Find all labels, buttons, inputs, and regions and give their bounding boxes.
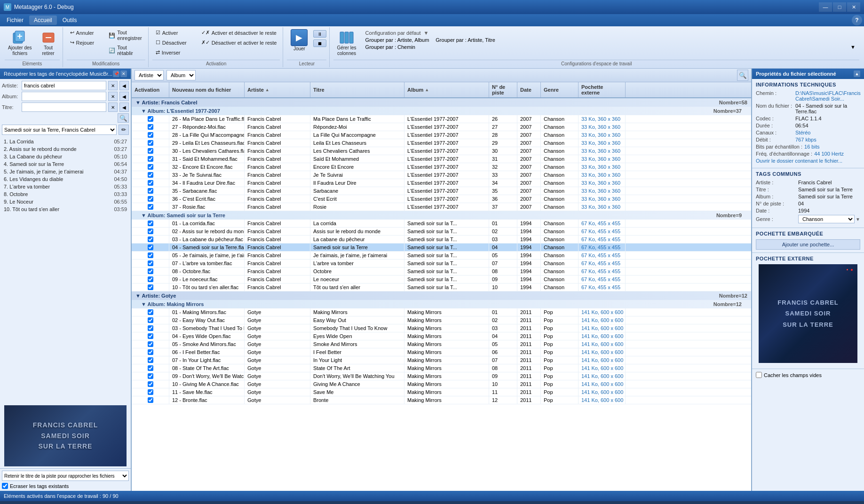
- table-row[interactable]: 08 - Octobre.flac Francis Cabrel Octobre…: [132, 268, 751, 276]
- table-row[interactable]: 30 - Les Chevaliers Cathares.flac Franci…: [132, 147, 751, 155]
- cover-cell[interactable]: 141 Ko, 600 x 600: [579, 340, 626, 348]
- table-row[interactable]: 01 - Making Mirrors.flac Gotye Making Mi…: [132, 308, 751, 316]
- cover-cell[interactable]: 67 Ko, 455 x 455: [579, 276, 626, 283]
- row-checkbox[interactable]: [148, 220, 153, 226]
- album-filter-clear[interactable]: ✕: [108, 92, 118, 101]
- cover-cell[interactable]: 33 Ko, 360 x 360: [579, 155, 626, 163]
- cover-cell[interactable]: 141 Ko, 600 x 600: [579, 388, 626, 396]
- chemin-value[interactable]: D:\NAS\music\FLAC\Francis Cabrel\Samedi …: [795, 90, 861, 102]
- row-checkbox[interactable]: [148, 188, 153, 194]
- list-item[interactable]: 2. Assis sur le rebord du monde03:27: [2, 145, 129, 153]
- col-date[interactable]: Date: [517, 82, 541, 97]
- cover-cell[interactable]: 33 Ko, 360 x 360: [579, 115, 626, 123]
- table-row[interactable]: 05 - Je t'aimais, je t'aime, je t'aimera…: [132, 252, 751, 260]
- list-item[interactable]: 3. La Cabane du pêcheur05:10: [2, 153, 129, 160]
- cover-cell[interactable]: 141 Ko, 600 x 600: [579, 308, 626, 316]
- list-item[interactable]: 1. La Corrida05:27: [2, 138, 129, 145]
- table-row[interactable]: 06 - I Feel Better.flac Gotye I Feel Bet…: [132, 348, 751, 356]
- pause-button[interactable]: ⏸: [313, 30, 326, 38]
- row-checkbox[interactable]: [148, 349, 153, 355]
- table-row[interactable]: 04 - Eyes Wide Open.flac Gotye Eyes Wide…: [132, 332, 751, 340]
- filter-by-artiste-select[interactable]: Artiste: [135, 70, 164, 80]
- row-checkbox[interactable]: [148, 140, 153, 146]
- row-checkbox[interactable]: [148, 381, 153, 387]
- col-filename[interactable]: Nouveau nom du fichier: [169, 82, 245, 97]
- table-row[interactable]: 03 - La cabane du pêcheur.flac Francis C…: [132, 236, 751, 244]
- open-folder-link[interactable]: Ouvrir le dossier contenant le fichier..…: [756, 158, 842, 164]
- add-files-button[interactable]: Ajouter des fichiers: [5, 28, 35, 58]
- album-filter-prev[interactable]: ◀: [119, 92, 129, 101]
- table-row[interactable]: 09 - Le noeceur.flac Francis Cabrel Le n…: [132, 276, 751, 284]
- table-row[interactable]: 36 - C'est Ecrit.flac Francis Cabrel C'e…: [132, 195, 751, 203]
- canaux-value[interactable]: Stéréo: [795, 130, 810, 135]
- list-item[interactable]: 5. Je t'aimais, je t'aime, je t'aimerai0…: [2, 168, 129, 175]
- right-panel-close-button[interactable]: ▲: [854, 71, 860, 77]
- cover-cell[interactable]: 67 Ko, 455 x 455: [579, 244, 626, 251]
- table-row[interactable]: 07 - L'arbre va tomber.flac Francis Cabr…: [132, 260, 751, 268]
- left-panel-close-button[interactable]: ✕: [120, 71, 127, 77]
- row-checkbox[interactable]: [148, 284, 153, 290]
- list-item[interactable]: 7. L'arbre va tomber05:33: [2, 183, 129, 190]
- row-checkbox[interactable]: [148, 357, 153, 363]
- list-item[interactable]: 8. Octobre03:33: [2, 190, 129, 198]
- col-artiste[interactable]: Artiste ▲: [245, 82, 310, 97]
- table-row[interactable]: 35 - Sarbacane.flac Francis Cabrel Sarba…: [132, 187, 751, 195]
- row-checkbox[interactable]: [148, 124, 153, 130]
- remove-all-button[interactable]: Tout retirer: [37, 28, 60, 58]
- list-item[interactable]: 10. Tôt ou tard s'en aller03:59: [2, 205, 129, 213]
- row-checkbox[interactable]: [148, 325, 153, 331]
- cover-cell[interactable]: 141 Ko, 600 x 600: [579, 396, 626, 404]
- cover-cell[interactable]: 67 Ko, 455 x 455: [579, 284, 626, 291]
- cancel-button[interactable]: ↩ Annuler: [67, 28, 98, 37]
- artiste-filter-clear[interactable]: ✕: [108, 81, 118, 90]
- manage-columns-button[interactable]: Gérer les colonnes: [333, 28, 359, 58]
- menu-accueil[interactable]: Accueil: [29, 16, 57, 25]
- table-row[interactable]: 05 - Smoke And Mirrors.flac Gotye Smoke …: [132, 340, 751, 348]
- titre-filter-input[interactable]: [22, 102, 106, 112]
- debit-value[interactable]: 767 kbps: [795, 137, 816, 142]
- row-checkbox[interactable]: [148, 148, 153, 154]
- redo-all-button[interactable]: 🔄 Tout rétablir: [105, 43, 145, 57]
- artiste-filter-prev[interactable]: ◀: [119, 81, 129, 90]
- cover-cell[interactable]: 141 Ko, 600 x 600: [579, 348, 626, 356]
- table-row[interactable]: 04 - Samedi soir sur la Terre.flac Franc…: [132, 244, 751, 252]
- activate-deactivate-rest-button[interactable]: ✓✗ Activer et désactiver le reste: [198, 28, 280, 37]
- cover-cell[interactable]: 33 Ko, 360 x 360: [579, 187, 626, 195]
- list-item[interactable]: 9. Le Noceur06:55: [2, 198, 129, 205]
- maximize-button[interactable]: □: [833, 2, 846, 12]
- menu-outils[interactable]: Outils: [58, 16, 82, 25]
- bits-value[interactable]: 16 bits: [804, 144, 819, 150]
- invert-button[interactable]: ⇄ Inverser: [152, 48, 190, 57]
- row-checkbox[interactable]: [148, 373, 153, 379]
- row-checkbox[interactable]: [148, 228, 153, 234]
- retain-select[interactable]: Retenir le titre de la piste pour rappro…: [2, 471, 129, 481]
- cover-cell[interactable]: 67 Ko, 455 x 455: [579, 260, 626, 267]
- row-checkbox[interactable]: [148, 309, 153, 315]
- table-row[interactable]: 07 - In Your Light.flac Gotye In Your Li…: [132, 356, 751, 364]
- table-row[interactable]: 34 - Il Faudra Leur Dire.flac Francis Ca…: [132, 179, 751, 187]
- help-button[interactable]: ?: [852, 15, 862, 25]
- table-row[interactable]: 08 - State Of The Art.flac Gotye State O…: [132, 364, 751, 372]
- table-row[interactable]: 32 - Encore Et Encore.flac Francis Cabre…: [132, 163, 751, 171]
- row-checkbox[interactable]: [148, 180, 153, 186]
- col-genre[interactable]: Genre: [541, 82, 579, 97]
- row-checkbox[interactable]: [148, 252, 153, 258]
- row-checkbox[interactable]: [148, 397, 153, 403]
- cover-cell[interactable]: 67 Ko, 455 x 455: [579, 252, 626, 259]
- row-checkbox[interactable]: [148, 116, 153, 122]
- menu-fichier[interactable]: Fichier: [2, 16, 28, 25]
- table-row[interactable]: 33 - Je Te Suivrai.flac Francis Cabrel J…: [132, 171, 751, 179]
- cover-cell[interactable]: 141 Ko, 600 x 600: [579, 372, 626, 380]
- table-row[interactable]: 26 - Ma Place Dans Le Traffic.flac Franc…: [132, 115, 751, 123]
- cover-cell[interactable]: 67 Ko, 455 x 455: [579, 236, 626, 243]
- cover-cell[interactable]: 33 Ko, 360 x 360: [579, 171, 626, 179]
- table-row[interactable]: 09 - Don't Worry, We'll Be Watching You.…: [132, 372, 751, 380]
- cover-cell[interactable]: 141 Ko, 600 x 600: [579, 364, 626, 372]
- row-checkbox[interactable]: [148, 164, 153, 170]
- col-cover[interactable]: Pochette externe: [579, 82, 626, 97]
- subgroup-header[interactable]: ▼ Album: Making MirrorsNombre=12: [132, 300, 751, 308]
- table-row[interactable]: 28 - La Fille Qui M'accompagne.flac Fran…: [132, 131, 751, 139]
- cover-cell[interactable]: 33 Ko, 360 x 360: [579, 195, 626, 203]
- album-filter-input[interactable]: [22, 92, 106, 101]
- row-checkbox[interactable]: [148, 156, 153, 162]
